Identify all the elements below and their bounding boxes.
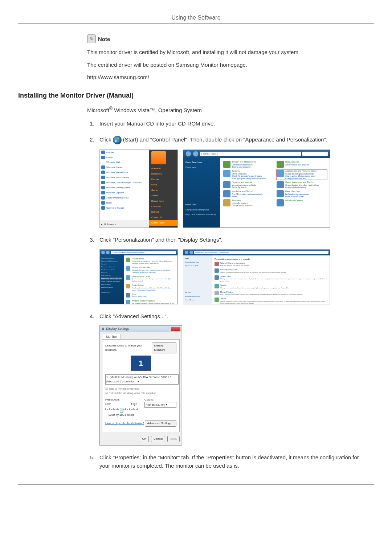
sm-item[interactable]: Windows Meeting Space [100, 185, 149, 190]
sm-right-item[interactable]: Documents [149, 171, 177, 177]
ap-entry-sub[interactable]: Add gadgets to Sidebar · Choose whether … [132, 303, 175, 304]
ap-side-item[interactable]: Hardware and Sound [101, 268, 122, 271]
ap-side-item[interactable]: System and Maintenance [101, 260, 122, 263]
adapter-select[interactable]: 1. (Multiple Monitors) on NVIDIA GeForce… [105, 374, 179, 385]
ap-entry[interactable]: Taskbar and Start MenuCustomize the Star… [126, 266, 175, 274]
ap-entry-sub[interactable]: Install or remove a font [132, 296, 147, 298]
ap-side-item[interactable]: Security [101, 263, 122, 266]
ap-entry-sub[interactable]: Accommodate low vision · Change screen r… [132, 278, 175, 282]
sm-right-item[interactable]: Computer [149, 204, 177, 209]
advanced-settings-button[interactable]: Advanced Settings... [145, 420, 176, 427]
identify-monitors-button[interactable]: Identify Monitors [152, 342, 176, 353]
cp-category-sublink[interactable]: Change screen resolution [285, 177, 317, 180]
pers-entry[interactable]: ThemeChange the theme. Themes can change… [215, 297, 328, 304]
cp-category-sublink[interactable]: Back up your computer [232, 166, 257, 168]
sm-right-item[interactable]: video-edit [149, 166, 177, 171]
pers-entry[interactable]: Mouse PointersPick a different mouse poi… [215, 291, 328, 296]
back-button-icon[interactable] [185, 251, 188, 254]
sm-item[interactable]: Internet [100, 150, 149, 155]
cp-category[interactable]: Clock, Language, and RegionChange keyboa… [277, 181, 327, 189]
sm-item[interactable]: Windows Photo Gallery [100, 175, 149, 180]
cp-category[interactable]: ProgramsUninstall a programChange startu… [223, 199, 274, 207]
ap-side-item[interactable]: Additional Options [101, 286, 122, 289]
ap-side-item[interactable]: Programs [101, 271, 122, 274]
sm-right-item-highlight[interactable]: Control Panel [149, 220, 177, 226]
sm-item[interactable]: Adobe Photoshop CS2 [100, 195, 149, 200]
sm-right-item[interactable]: Network [149, 209, 177, 215]
forward-button-icon[interactable] [193, 151, 199, 157]
ap-side-item[interactable]: Control Panel Home [101, 257, 122, 260]
cp-category[interactable]: System and MaintenanceGet started with W… [223, 161, 274, 168]
sm-right-item[interactable]: Music [149, 182, 177, 188]
ap-side-item[interactable]: Clock, Language and Region [101, 280, 122, 283]
pers-entry[interactable]: Screen SaverChange your screen saver or … [215, 275, 328, 283]
cancel-button[interactable]: Cancel [151, 436, 165, 442]
sm-right-item[interactable]: Default Programs [149, 226, 177, 228]
sm-right-item[interactable]: Recent Items [149, 198, 177, 204]
ap-entry-sub[interactable]: Specify single- or double-click to open … [132, 287, 175, 291]
ap-side-classic[interactable]: Classic View [101, 291, 122, 294]
back-button-icon[interactable] [185, 151, 191, 157]
forward-button-icon[interactable] [106, 251, 110, 254]
help-link[interactable]: How do I get the best display? [105, 421, 144, 426]
colors-select[interactable]: Highest (32 bit) ▾ [144, 402, 176, 408]
sm-item[interactable]: Windows Live Messenger Download [100, 180, 149, 185]
monitor-tab[interactable]: Monitor [102, 334, 121, 339]
cp-category[interactable]: Ease of AccessLet Windows suggest settin… [277, 190, 327, 198]
resolution-slider[interactable] [105, 407, 137, 412]
cp-side-classic[interactable]: Classic View [185, 165, 218, 170]
ok-button[interactable]: OK [140, 436, 149, 442]
forward-button-icon[interactable] [189, 251, 193, 254]
sm-item[interactable]: Windows Media Player [100, 170, 149, 175]
cp-category-sublink[interactable]: Change startup programs [232, 204, 253, 207]
cp-category-sublink[interactable]: Allow a program through Windows Firewall [232, 177, 266, 180]
back-button-icon[interactable] [101, 251, 105, 254]
ap-entry[interactable]: Ease of Access CenterAccommodate low vis… [126, 275, 175, 283]
ap-entry[interactable]: Folder OptionsSpecify single- or double-… [126, 284, 175, 291]
sm-item[interactable]: Welcome Center [100, 165, 149, 170]
sm-item[interactable]: Notes [100, 200, 149, 205]
ap-entry[interactable]: PersonalizationChange desktop background… [126, 258, 175, 265]
ap-side-item[interactable]: Appearance and Personalization [101, 277, 122, 280]
ap-side-item[interactable]: User Accounts [101, 274, 122, 277]
sm-right-item[interactable]: Pictures [149, 177, 177, 182]
cp-category-sublink[interactable]: Change display language [285, 186, 319, 189]
close-icon[interactable] [171, 327, 180, 331]
cp-category-sublink[interactable]: Mouse [232, 195, 263, 198]
cp-side-home[interactable]: Control Panel Home [185, 160, 218, 165]
cp-category-sublink[interactable]: Set up file sharing [232, 186, 256, 189]
sm-item[interactable]: Command Prompt [100, 205, 149, 210]
monitor-preview[interactable]: 1 [131, 356, 151, 371]
address-bar[interactable]: ▸ Control Panel ▸ [200, 152, 301, 156]
ap-entry[interactable]: FontsInstall or remove a font [126, 293, 175, 298]
pers-seealso-item[interactable]: Taskbar and Start Menu [185, 295, 211, 298]
ap-entry[interactable]: Windows Sidebar PropertiesAdd gadgets to… [126, 300, 175, 304]
sm-item[interactable]: Windows Mail [100, 160, 149, 165]
address-bar[interactable]: « Control Panel ▸ Appearance and Persona… [111, 251, 176, 254]
cp-category[interactable]: Hardware and SoundPlay CDs or other medi… [223, 190, 274, 198]
cp-category-sublink[interactable]: Check this computer's security status [232, 175, 266, 177]
slider-thumb[interactable] [120, 408, 123, 413]
ap-side-item[interactable]: Network and Internet [101, 266, 122, 268]
cp-recent-item[interactable]: Play CDs or other media automatically [185, 212, 218, 217]
cp-category[interactable]: User AccountsAdd or remove user accounts [277, 161, 327, 168]
cp-category[interactable]: Appearance and PersonalizationChange the… [277, 170, 327, 180]
cp-category-sublink[interactable]: Add or remove user accounts [285, 164, 309, 166]
cp-category[interactable]: Additional Options [277, 199, 327, 207]
cp-recent-item[interactable]: Change desktop background [185, 208, 218, 213]
pers-entry[interactable]: Desktop BackgroundChoose from available … [215, 268, 328, 274]
sm-right-item[interactable]: Search [149, 193, 177, 198]
sm-item[interactable]: Windows Explorer [100, 190, 149, 195]
sm-right-item[interactable]: Games [149, 188, 177, 193]
pers-seealso-item[interactable]: Ease of Access [185, 298, 211, 302]
ap-entry-sub[interactable]: Change desktop background · Customize co… [132, 260, 175, 264]
ap-entry-sub[interactable]: Customize the Start menu · Customize ico… [132, 269, 175, 274]
pers-entry[interactable]: Window Color and AppearanceFine tune the… [215, 262, 328, 267]
pers-entry[interactable]: SoundsChange which sounds are heard when… [215, 284, 328, 289]
sm-all-programs[interactable]: ▸All Programs [100, 221, 152, 227]
sm-right-item[interactable]: Connect To [149, 215, 177, 220]
search-field[interactable] [302, 152, 328, 156]
sm-item[interactable]: E-mail [100, 155, 149, 160]
ap-side-item[interactable]: Ease of Access [101, 283, 122, 286]
cp-category-sublink[interactable]: Colors, apply a different screen saver [285, 175, 317, 177]
